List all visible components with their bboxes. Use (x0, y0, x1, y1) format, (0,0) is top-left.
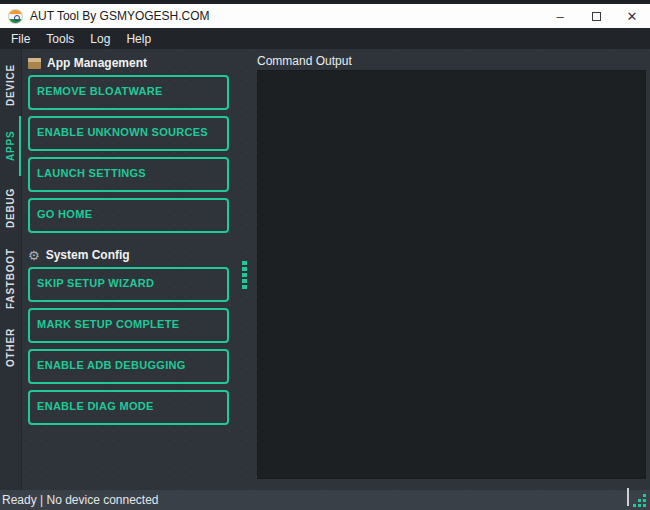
package-icon (28, 58, 41, 69)
tab-fastboot[interactable]: FASTBOOT (0, 240, 21, 318)
enable-adb-debugging-button[interactable]: ENABLE ADB DEBUGGING (28, 349, 229, 384)
app-management-title: App Management (47, 56, 147, 70)
gear-icon: ⚙ (28, 249, 40, 262)
app-management-header: App Management (28, 56, 229, 70)
panel-splitter-handle[interactable] (242, 261, 247, 289)
command-output-label: Command Output (257, 54, 352, 68)
main-area: DEVICE APPS DEBUG FASTBOOT OTHER App Man… (0, 49, 650, 490)
menu-tools[interactable]: Tools (38, 28, 82, 49)
vertical-divider-line (627, 488, 629, 506)
command-output-box[interactable] (257, 70, 646, 479)
system-config-section: ⚙ System Config SKIP SETUP WIZARD MARK S… (28, 248, 229, 431)
maximize-button[interactable] (578, 4, 614, 28)
active-tab-indicator (19, 116, 21, 176)
launch-settings-button[interactable]: LAUNCH SETTINGS (28, 157, 229, 192)
menu-log[interactable]: Log (82, 28, 118, 49)
window-controls: – ✕ (542, 4, 650, 28)
maximize-icon (592, 12, 601, 21)
window-title: AUT Tool By GSMYOGESH.COM (30, 9, 210, 23)
system-config-header: ⚙ System Config (28, 248, 229, 262)
tab-apps[interactable]: APPS (0, 116, 21, 176)
menubar: File Tools Log Help (0, 28, 650, 49)
minimize-button[interactable]: – (542, 4, 578, 28)
sidebar-tabstrip: DEVICE APPS DEBUG FASTBOOT OTHER (0, 49, 22, 490)
menu-file[interactable]: File (3, 28, 38, 49)
menu-help[interactable]: Help (118, 28, 159, 49)
skip-setup-wizard-button[interactable]: SKIP SETUP WIZARD (28, 267, 229, 302)
remove-bloatware-button[interactable]: REMOVE BLOATWARE (28, 75, 229, 110)
close-button[interactable]: ✕ (614, 4, 650, 28)
go-home-button[interactable]: GO HOME (28, 198, 229, 233)
app-management-section: App Management REMOVE BLOATWARE ENABLE U… (28, 56, 229, 239)
enable-diag-mode-button[interactable]: ENABLE DIAG MODE (28, 390, 229, 425)
enable-unknown-sources-button[interactable]: ENABLE UNKNOWN SOURCES (28, 116, 229, 151)
tab-other[interactable]: OTHER (0, 318, 21, 378)
resize-grip[interactable] (633, 504, 636, 507)
close-icon: ✕ (627, 9, 638, 24)
minimize-icon: – (556, 9, 563, 24)
mark-setup-complete-button[interactable]: MARK SETUP COMPLETE (28, 308, 229, 343)
app-window: AUT Tool By GSMYOGESH.COM – ✕ File Tools… (0, 0, 650, 510)
titlebar: AUT Tool By GSMYOGESH.COM – ✕ (0, 4, 650, 28)
system-config-title: System Config (46, 248, 130, 262)
statusbar: Ready | No device connected (0, 490, 650, 510)
status-text: Ready | No device connected (2, 493, 159, 507)
tab-device[interactable]: DEVICE (0, 54, 21, 116)
tab-debug[interactable]: DEBUG (0, 176, 21, 240)
app-logo-icon (8, 9, 23, 24)
